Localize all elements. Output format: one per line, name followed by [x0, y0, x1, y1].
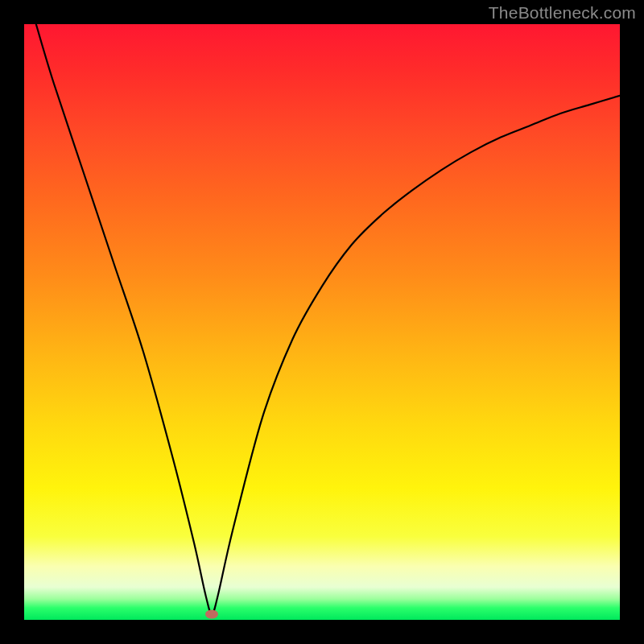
- minimum-marker: [205, 609, 218, 618]
- plot-area: [24, 24, 620, 620]
- line-series: [24, 24, 620, 620]
- chart-frame: TheBottleneck.com: [0, 0, 644, 644]
- watermark-text: TheBottleneck.com: [489, 3, 636, 23]
